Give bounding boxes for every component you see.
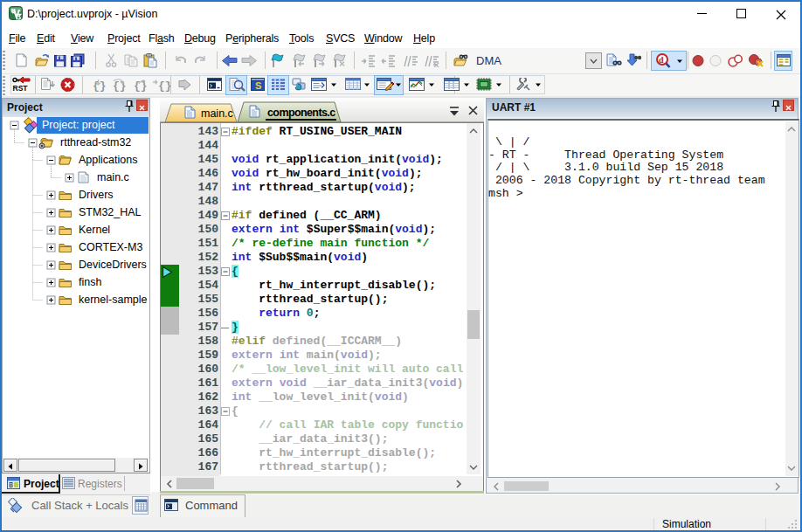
svg-text:d: d xyxy=(659,55,664,65)
svg-text:{}: {} xyxy=(93,79,107,93)
svg-text:{}: {} xyxy=(158,79,171,93)
svg-text:S: S xyxy=(255,80,261,91)
svg-text:RST: RST xyxy=(13,84,29,92)
svg-text:{}: {} xyxy=(113,79,127,93)
